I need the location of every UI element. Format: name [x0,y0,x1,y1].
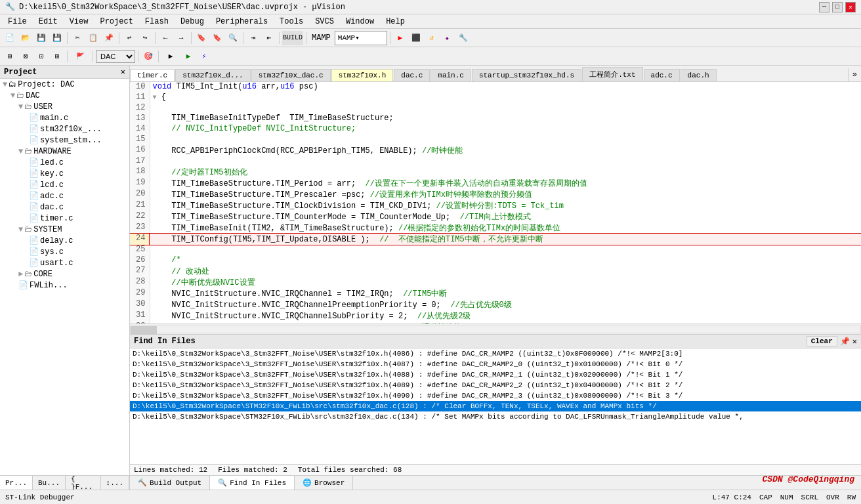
h-scrollbar[interactable] [130,324,861,334]
target-select[interactable]: DAC [96,50,135,63]
tb2-btn1[interactable]: ⊞ [3,49,17,64]
menu-debug[interactable]: Debug [175,16,209,28]
project-close-icon[interactable]: ✕ [121,67,125,77]
tree-project-root[interactable]: ▼ 🗂 Project: DAC [0,79,129,90]
tree-delay-c[interactable]: 📄 delay.c [0,235,129,246]
proj-tab-project[interactable]: Pr... [0,476,33,490]
tree-usart-c[interactable]: 📄 usart.c [0,257,129,268]
tab-adc-c[interactable]: adc.c [644,69,680,81]
tab-dac-c[interactable]: dac.c [394,69,430,81]
code-cell-17 [150,156,861,167]
tools-button[interactable]: 🔧 [456,31,471,45]
tree-fwlib[interactable]: 📄 FWLih... [0,280,129,291]
find-result-6[interactable]: D:\keil5\0_Stm32WorkSpace\STM32F10x_FWLi… [130,401,861,411]
minimize-button[interactable]: ─ [819,2,830,12]
proj-tab-func[interactable]: { }F... [66,476,101,490]
menu-view[interactable]: View [64,16,94,28]
tab-main-c[interactable]: main.c [430,69,471,81]
find-results[interactable]: D:\keil5\0_Stm32WorkSpace\3_Stm32FFT_Noi… [130,348,861,464]
menu-help[interactable]: Help [381,16,410,28]
code-view[interactable]: 10 void TIM5_Int_Init(u16 arr,u16 psc) 1… [130,82,861,324]
tb2-btn4[interactable]: ⊞ [50,49,64,64]
tab-stm32f10x-dac-c[interactable]: stm32f10x_dac.c [251,69,331,81]
menu-tools[interactable]: Tools [274,16,308,28]
copy-button[interactable]: 📋 [86,31,100,45]
menu-peripherals[interactable]: Peripherals [211,16,273,28]
find-result-3[interactable]: D:\keil5\0_Stm32WorkSpace\3_Stm32FFT_Noi… [130,369,861,380]
nav-fwd-button[interactable]: → [174,31,188,45]
open-button[interactable]: 📂 [18,31,33,45]
tb2-btn5[interactable]: 🎯 [141,49,156,64]
tree-hardware-folder[interactable]: ▼ 🗁 HARDWARE [0,146,129,157]
unindent-button[interactable]: ⇤ [262,31,276,45]
debug-button[interactable]: ⬥ [440,31,455,45]
build-button[interactable]: BUILD [282,31,303,45]
tb2-btn3[interactable]: ⊡ [34,49,49,64]
menu-edit[interactable]: Edit [33,16,63,28]
tree-core-folder[interactable]: ► 🗁 CORE [0,268,129,280]
tb2-btn2[interactable]: ⊠ [18,49,33,64]
mamp-dropdown[interactable]: MAMP▾ [335,31,387,45]
indent-button[interactable]: ⇥ [246,31,261,45]
menu-file[interactable]: File [3,16,32,28]
tab-dac-h[interactable]: dac.h [681,69,717,81]
tree-dac-folder[interactable]: ▼ 🗁 DAC [0,90,129,101]
tab-build-output[interactable]: 🔨 Build Output [130,476,210,490]
tree-lcd-c[interactable]: 📄 lcd.c [0,179,129,190]
clear-button[interactable]: Clear [807,336,837,346]
tree-system-folder[interactable]: ▼ 🗁 SYSTEM [0,224,129,235]
tab-stm32f10x-h[interactable]: stm32f10x.h [331,69,394,81]
tree-key-c[interactable]: 📄 key.c [0,168,129,179]
tree-stm32f10x-conf[interactable]: 📄 stm32f10x_... [0,123,129,135]
new-file-button[interactable]: 📄 [3,31,17,45]
find-result-2[interactable]: D:\keil5\0_Stm32WorkSpace\3_Stm32FFT_Noi… [130,359,861,369]
tree-adc-c[interactable]: 📄 adc.c [0,190,129,201]
tree-sys-c[interactable]: 📄 sys.c [0,246,129,257]
find-panel-close[interactable]: ✕ [852,337,857,346]
tab-browser[interactable]: 🌐 Browser [295,476,353,490]
find-panel-pin[interactable]: 📌 [840,337,850,346]
tree-core-label: CORE [33,270,52,279]
undo-button[interactable]: ↩ [122,31,136,45]
find-result-5[interactable]: D:\keil5\0_Stm32WorkSpace\3_Stm32FFT_Noi… [130,390,861,401]
find-result-1[interactable]: D:\keil5\0_Stm32WorkSpace\3_Stm32FFT_Noi… [130,348,861,359]
tree-led-c[interactable]: 📄 led.c [0,157,129,168]
reset-button[interactable]: ↺ [425,31,439,45]
tab-stm32f10x-d[interactable]: stm32f10x_d... [175,69,250,81]
tree-user-folder[interactable]: ▼ 🗁 USER [0,101,129,112]
tb2-btn6[interactable]: ▶ [181,49,196,64]
find-result-7[interactable]: D:\keil5\0_Stm32WorkSpace\STM32F10x_FWLi… [130,411,861,422]
menu-window[interactable]: Window [341,16,379,28]
find-result-4[interactable]: D:\keil5\0_Stm32WorkSpace\3_Stm32FFT_Noi… [130,380,861,390]
menu-svcs[interactable]: SVCS [310,16,339,28]
save-all-button[interactable]: 💾 [50,31,64,45]
close-button[interactable]: ✕ [845,2,856,12]
bookmark2-button[interactable]: 🔖 [210,31,224,45]
cut-button[interactable]: ✂ [70,31,85,45]
nav-back-button[interactable]: ← [158,31,173,45]
stop-button[interactable]: ⬛ [409,31,423,45]
tb2-load-btn[interactable]: ▶ [161,49,180,64]
tb2-flag-btn[interactable]: 🚩 [70,49,90,64]
tab-find-in-files[interactable]: 🔍 Find In Files [210,476,295,490]
tab-startup[interactable]: startup_stm32f10x_hd.s [472,69,581,81]
find-button[interactable]: 🔍 [226,31,240,45]
paste-button[interactable]: 📌 [102,31,116,45]
tree-timer-c[interactable]: 📄 timer.c [0,213,129,224]
tab-gongcheng[interactable]: 工程简介.txt [582,67,642,81]
maximize-button[interactable]: □ [832,2,843,12]
proj-tab-template[interactable]: ↕... [101,476,129,490]
tab-timer-c[interactable]: timer.c [130,69,175,82]
tree-system-stm[interactable]: 📄 system_stm... [0,135,129,146]
proj-tab-build[interactable]: Bu... [33,476,66,490]
bookmark-button[interactable]: 🔖 [194,31,209,45]
run-button[interactable]: ▶ [393,31,408,45]
tree-main-c[interactable]: 📄 main.c [0,112,129,123]
tab-scroll-arrow[interactable]: » [848,68,861,81]
tree-dac-c[interactable]: 📄 dac.c [0,201,129,213]
redo-button[interactable]: ↪ [138,31,152,45]
save-button[interactable]: 💾 [34,31,49,45]
menu-flash[interactable]: Flash [140,16,174,28]
tb2-btn7[interactable]: ⚡ [197,49,211,64]
menu-project[interactable]: Project [94,16,138,28]
